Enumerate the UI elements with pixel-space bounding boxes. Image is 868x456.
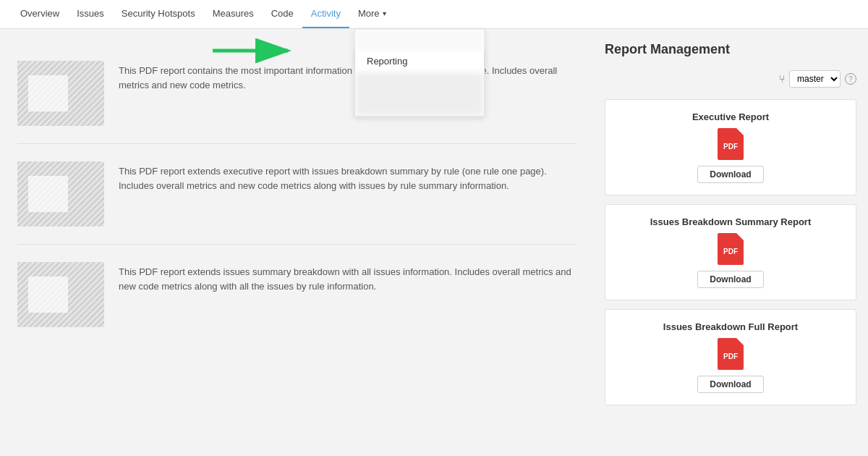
more-dropdown: Reporting [354, 29, 485, 117]
executive-download-button[interactable]: Download [697, 166, 763, 183]
issues-full-pdf-icon: PDF [718, 338, 744, 370]
issues-summary-pdf-label: PDF [723, 248, 738, 256]
right-area: Report Management ⑂ master ? Executive R… [593, 29, 868, 456]
executive-report-preview [17, 61, 104, 126]
issues-full-report-preview [17, 262, 104, 327]
branch-icon: ⑂ [779, 73, 785, 85]
issues-summary-report-section: This PDF report extends executive report… [17, 144, 576, 245]
nav-item-security-hotspots[interactable]: Security Hotspots [113, 0, 204, 28]
executive-report-section: This PDF report contains the most import… [17, 43, 576, 144]
issues-full-download-button[interactable]: Download [697, 376, 763, 393]
dropdown-item-blurred-bottom [355, 72, 484, 116]
dropdown-item-blurred [355, 30, 484, 50]
nav-item-more[interactable]: More ▾ [349, 0, 395, 28]
issues-full-pdf-label: PDF [723, 352, 738, 360]
nav-item-overview[interactable]: Overview [12, 0, 68, 28]
executive-report-description: This PDF report contains the most import… [119, 61, 576, 92]
issues-full-report-card-title: Issues Breakdown Full Report [663, 321, 798, 332]
issues-summary-pdf-icon: PDF [718, 233, 744, 265]
issues-summary-report-card-title: Issues Breakdown Summary Report [650, 216, 812, 227]
issues-summary-report-card: Issues Breakdown Summary Report PDF Down… [605, 204, 856, 300]
dropdown-item-reporting[interactable]: Reporting [355, 50, 484, 72]
executive-report-card-title: Executive Report [692, 111, 769, 122]
left-panel: This PDF report contains the most import… [0, 29, 593, 456]
executive-pdf-label: PDF [723, 143, 738, 151]
nav-item-measures[interactable]: Measures [204, 0, 263, 28]
issues-full-report-description: This PDF report extends issues summary b… [119, 262, 576, 293]
branch-selector-row: ⑂ master ? [605, 70, 856, 88]
issues-summary-report-description: This PDF report extends executive report… [119, 161, 576, 193]
executive-report-card: Executive Report PDF Download [605, 99, 856, 195]
help-icon[interactable]: ? [845, 73, 856, 85]
branch-select[interactable]: master [789, 70, 841, 88]
nav-item-issues[interactable]: Issues [68, 0, 113, 28]
chevron-down-icon: ▾ [383, 9, 386, 17]
nav-item-activity[interactable]: Activity [302, 0, 349, 28]
executive-pdf-icon: PDF [718, 128, 744, 160]
issues-full-report-card: Issues Breakdown Full Report PDF Downloa… [605, 309, 856, 405]
page-title: Report Management [605, 36, 856, 63]
green-arrow-indicator [210, 38, 297, 66]
issues-full-report-section: This PDF report extends issues summary b… [17, 245, 576, 345]
top-navigation: Overview Issues Security Hotspots Measur… [0, 0, 868, 29]
issues-summary-report-preview [17, 161, 104, 227]
issues-summary-download-button[interactable]: Download [697, 271, 763, 288]
nav-item-code[interactable]: Code [263, 0, 302, 28]
